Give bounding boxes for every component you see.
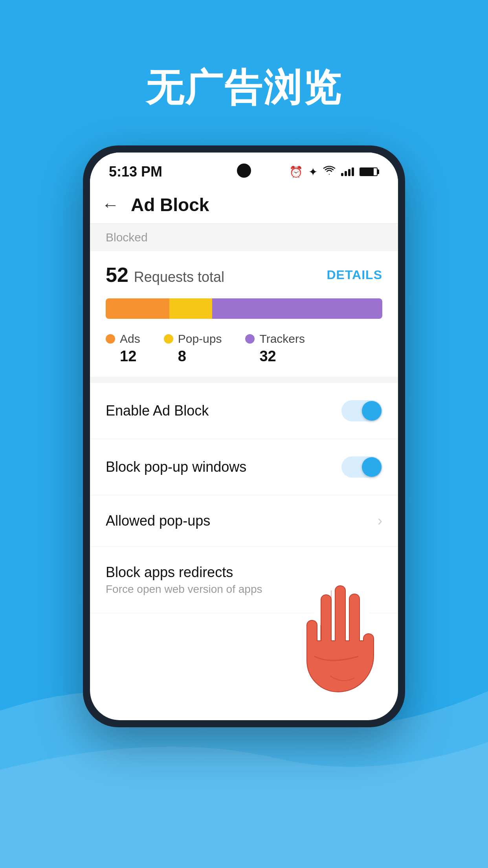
toggle-block-popups[interactable] [341, 456, 382, 478]
legend-count-ads: 12 [106, 348, 140, 365]
status-icons: ⏰ ✦ [289, 166, 379, 178]
legend-label-popups: Pop-ups [178, 332, 222, 346]
setting-text-allowed: Allowed pop-ups [106, 513, 210, 529]
setting-enable-ad-block: Enable Ad Block [90, 383, 398, 439]
screen-title: Ad Block [131, 194, 209, 215]
bluetooth-icon: ✦ [308, 166, 317, 178]
stats-row: 52 Requests total DETAILS [90, 251, 398, 294]
requests-number: 52 [106, 263, 128, 287]
battery-icon [360, 167, 379, 176]
chevron-right-icon: › [378, 513, 382, 529]
legend-dot-ads [106, 334, 115, 344]
setting-block-popups: Block pop-up windows [90, 439, 398, 495]
front-camera [237, 164, 251, 178]
phone-frame: 5:13 PM ⏰ ✦ [83, 145, 405, 727]
setting-label-allowed: Allowed pop-ups [106, 513, 210, 529]
section-label-blocked: Blocked [90, 224, 398, 251]
legend-count-trackers: 32 [245, 348, 305, 365]
bar-ads [106, 298, 169, 319]
legend-row: Ads 12 Pop-ups 8 Trackers 32 [90, 327, 398, 377]
back-button[interactable]: ← [102, 196, 119, 213]
legend-dot-trackers [245, 334, 255, 344]
setting-text-enable: Enable Ad Block [106, 403, 209, 419]
bar-trackers [212, 298, 382, 319]
setting-label-apps: Block apps redirects Force open web vers… [106, 564, 262, 596]
section-divider-1 [90, 377, 398, 383]
top-nav-bar: ← Ad Block [90, 186, 398, 224]
requests-label: Requests total [134, 269, 224, 285]
status-bar: 5:13 PM ⏰ ✦ [90, 153, 398, 186]
alarm-icon: ⏰ [289, 166, 303, 178]
legend-label-ads: Ads [120, 332, 140, 346]
toggle-knob-enable [362, 401, 382, 421]
details-button[interactable]: DETAILS [327, 268, 382, 282]
setting-label-enable: Enable Ad Block [106, 403, 209, 419]
legend-trackers: Trackers 32 [245, 332, 305, 365]
setting-allowed-popups[interactable]: Allowed pop-ups › [90, 495, 398, 547]
signal-icon [341, 167, 354, 176]
toggle-knob-popups [362, 457, 382, 477]
legend-label-trackers: Trackers [259, 332, 305, 346]
status-time: 5:13 PM [109, 164, 162, 180]
page-title: 无广告浏览 [146, 63, 342, 114]
legend-dot-popups [164, 334, 173, 344]
setting-text-popups: Block pop-up windows [106, 459, 246, 475]
legend-count-popups: 8 [164, 348, 222, 365]
hand-stop-icon [279, 554, 413, 704]
setting-sublabel-apps: Force open web version of apps [106, 583, 262, 596]
setting-label-popups: Block pop-up windows [106, 459, 246, 475]
progress-bar [106, 298, 382, 319]
requests-total: 52 Requests total [106, 263, 224, 287]
bar-popups [169, 298, 212, 319]
setting-text-apps: Block apps redirects [106, 564, 262, 581]
legend-ads: Ads 12 [106, 332, 140, 365]
legend-popups: Pop-ups 8 [164, 332, 222, 365]
hand-sticker [279, 554, 413, 704]
wifi-icon [323, 166, 336, 178]
toggle-enable-ad-block[interactable] [341, 400, 382, 421]
